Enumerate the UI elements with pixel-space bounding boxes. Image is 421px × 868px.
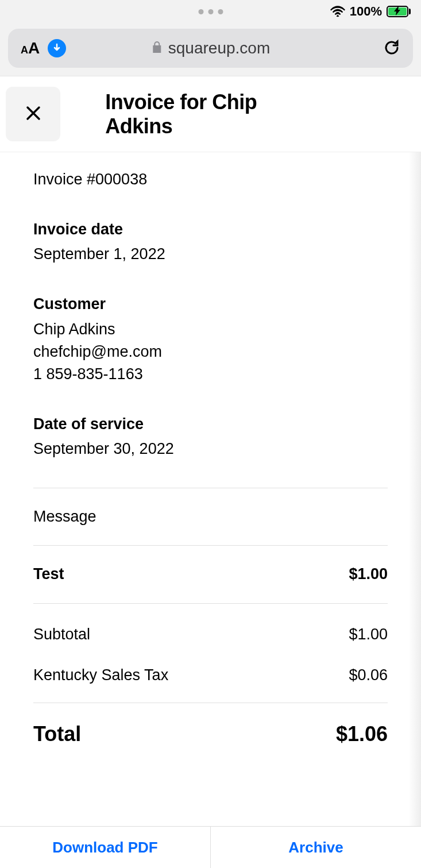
download-pdf-button[interactable]: Download PDF [0, 827, 210, 868]
close-button[interactable] [6, 87, 60, 141]
service-date-label: Date of service [33, 413, 388, 435]
subtotal-row: Subtotal $1.00 [33, 621, 388, 662]
line-item-name: Test [33, 563, 64, 585]
address-bar[interactable]: AA squareup.com [8, 29, 413, 68]
customer-name: Chip Adkins [33, 318, 388, 341]
url-text: squareup.com [168, 39, 270, 57]
archive-button[interactable]: Archive [211, 827, 421, 868]
download-icon[interactable] [48, 39, 66, 57]
lock-icon [151, 40, 163, 56]
service-date-value: September 30, 2022 [33, 438, 388, 460]
status-bar: 100% [0, 0, 421, 23]
subtotal-label: Subtotal [33, 623, 90, 646]
battery-icon [387, 6, 411, 17]
footer-actions: Download PDF Archive [0, 826, 421, 868]
invoice-number: Invoice #000038 [33, 168, 388, 191]
close-icon [24, 103, 43, 125]
line-item: Test $1.00 [33, 546, 388, 603]
reload-icon[interactable] [383, 38, 400, 59]
invoice-date-label: Invoice date [33, 218, 388, 241]
page-title: Invoice for Chip Adkins [105, 90, 316, 138]
page-header: Invoice for Chip Adkins [0, 76, 421, 152]
total-row: Total $1.06 [33, 703, 388, 755]
total-value: $1.06 [336, 719, 388, 749]
tax-label: Kentucky Sales Tax [33, 664, 168, 686]
line-item-price: $1.00 [349, 563, 388, 585]
customer-label: Customer [33, 293, 388, 315]
camera-dots-icon [198, 9, 223, 14]
invoice-content: Invoice #000038 Invoice date September 1… [0, 152, 421, 772]
subtotal-value: $1.00 [349, 623, 388, 646]
total-label: Total [33, 719, 81, 749]
tax-row: Kentucky Sales Tax $0.06 [33, 662, 388, 703]
customer-email: chefchip@me.com [33, 341, 388, 363]
invoice-date-value: September 1, 2022 [33, 243, 388, 265]
text-size-icon[interactable]: AA [21, 39, 40, 57]
customer-phone: 1 859-835-1163 [33, 363, 388, 385]
tax-value: $0.06 [349, 664, 388, 686]
browser-chrome: AA squareup.com [0, 23, 421, 76]
message-label: Message [33, 488, 388, 545]
wifi-icon [330, 6, 345, 17]
battery-percentage: 100% [350, 4, 382, 19]
